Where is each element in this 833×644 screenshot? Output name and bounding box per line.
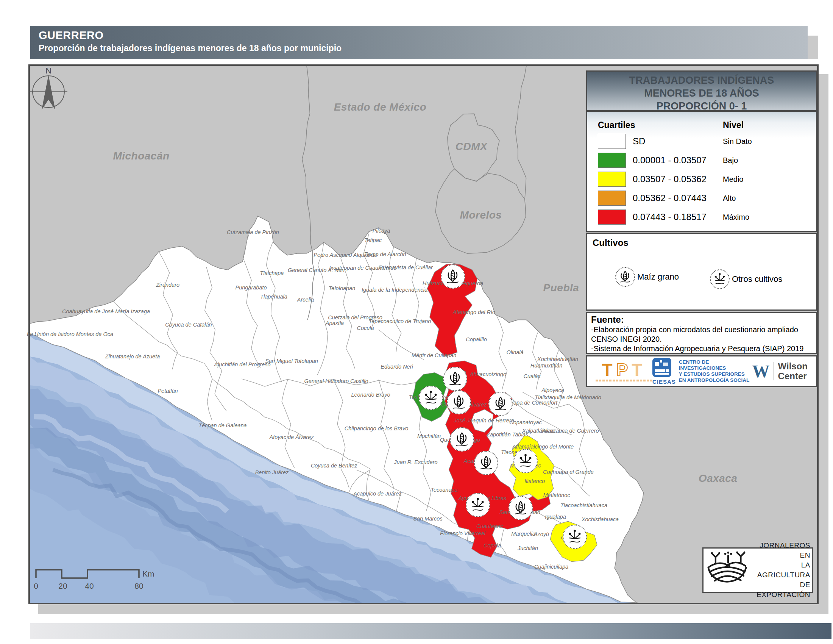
legend-range: 0.05362 - 0.07443 <box>633 193 706 203</box>
bottom-gradient-bar <box>30 623 831 639</box>
legend-level: Bajo <box>723 156 738 165</box>
legend-range: 0.00001 - 0.03507 <box>633 155 706 166</box>
legend-swatch <box>598 172 626 187</box>
legend-col-cuartiles: Cuartiles <box>598 120 635 130</box>
title-bar-shadow <box>807 35 818 59</box>
legend-swatch <box>598 153 626 168</box>
legend-row: 0.07443 - 0.18517Máximo <box>587 209 816 226</box>
legend-box: TRABAJADORES INDÍGENAS MENORES DE 18 AÑO… <box>586 71 817 232</box>
fuente-box: Fuente: -Elaboración propia con microdat… <box>586 312 817 354</box>
legend-row: SDSin Dato <box>587 134 816 150</box>
legend-col-nivel: Nivel <box>723 120 744 130</box>
legend-row: 0.03507 - 0.05362Medio <box>587 172 816 188</box>
legend-range: 0.03507 - 0.05362 <box>633 174 706 185</box>
legend-title: TRABAJADORES INDÍGENAS MENORES DE 18 AÑO… <box>587 72 816 112</box>
cultivos-box: Cultivos Maíz granoOtros cultivos <box>586 233 817 311</box>
legend-body: Cuartiles Nivel SDSin Dato0.00001 - 0.03… <box>587 112 816 230</box>
legend-title-line2: MENORES DE 18 AÑOS <box>587 87 816 100</box>
legend-row: 0.05362 - 0.07443Alto <box>587 190 816 207</box>
legend-swatch <box>598 134 626 149</box>
legend-swatch <box>598 190 626 206</box>
fuente-title: Fuente: <box>591 314 812 325</box>
scale-tick: 40 <box>85 581 93 590</box>
otros-cultivos-icon <box>710 269 730 289</box>
cultivo-label: Maíz grano <box>637 272 679 282</box>
scale-tick: 0 <box>34 581 38 590</box>
legend-title-line3: PROPORCIÓN 0- 1 <box>587 100 816 113</box>
maiz-icon <box>615 267 635 287</box>
page: { "title_bar": { "title": "GUERRERO", "s… <box>0 0 833 644</box>
legend-title-line1: TRABAJADORES INDÍGENAS <box>587 74 816 87</box>
wilson-w-icon: W <box>753 361 770 382</box>
cultivo-label: Otros cultivos <box>732 274 782 284</box>
legend-level: Máximo <box>723 213 749 222</box>
page-subtitle: Proporción de trabajadores indígenas men… <box>39 43 807 53</box>
tpt-logo: TPT <box>596 361 652 382</box>
fuente-line: -Sistema de Información Agropecuaria y P… <box>591 344 812 353</box>
scale-tick: 80 <box>134 581 143 590</box>
fuente-line: -Elaboración propia con microdatos del c… <box>591 325 812 335</box>
legend-row: 0.00001 - 0.03507Bajo <box>587 153 816 169</box>
legend-swatch <box>598 209 626 225</box>
tpt-tagline <box>596 380 652 382</box>
legend-range: SD <box>633 136 645 147</box>
fuente-line: CENSO INEGI 2020. <box>591 335 812 344</box>
ciesas-icon <box>652 358 671 377</box>
field-sprouts-icon <box>705 551 750 590</box>
cultivos-title: Cultivos <box>593 238 816 248</box>
logos-box: TPT CIESAS CENTRO DE INVESTIGACIONES Y E… <box>586 355 817 387</box>
legend-level: Medio <box>723 175 743 184</box>
scale-tick: 20 <box>58 581 67 590</box>
wilson-center-logo: W Wilson Center <box>753 361 807 382</box>
north-arrow-label: N <box>45 66 51 76</box>
legend-range: 0.07443 - 0.18517 <box>633 212 706 222</box>
title-bar: GUERRERO Proporción de trabajadores indí… <box>30 26 807 59</box>
legend-level: Sin Dato <box>723 137 752 146</box>
legend-level: Alto <box>723 194 736 203</box>
ciesas-logo: CIESAS CENTRO DE INVESTIGACIONES Y ESTUD… <box>652 358 753 385</box>
jornaleros-logo: JORNALEROS EN LA AGRICULTURA DE EXPORTAC… <box>703 547 813 593</box>
page-title: GUERRERO <box>39 26 807 42</box>
scale-unit: Km <box>142 569 154 578</box>
